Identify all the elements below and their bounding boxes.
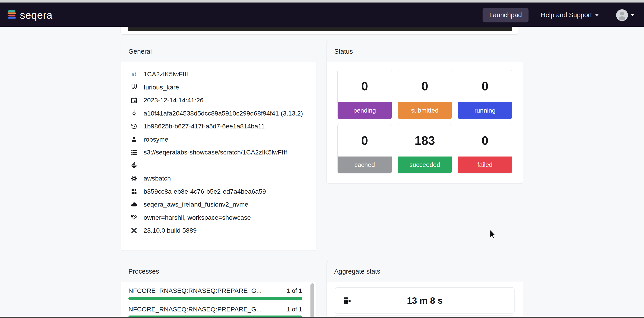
avatar — [616, 9, 628, 21]
aggregate-stat-walltime: 13 m 8 s — [335, 288, 515, 314]
status-card: Status 0pending0submitted0running0cached… — [326, 41, 523, 184]
general-value: - — [144, 162, 146, 169]
process-progress-bar — [128, 297, 302, 300]
status-count: 0 — [338, 124, 392, 156]
status-label: succeeded — [398, 156, 452, 173]
status-card-title: Status — [327, 41, 523, 62]
run-header-card-bottom — [121, 27, 518, 34]
docker-icon — [130, 162, 138, 169]
launchpad-button[interactable]: Launchpad — [482, 8, 529, 22]
process-count: 1 of 1 — [287, 288, 302, 294]
aggregate-stats-card: Aggregate stats 13 m 8 s — [326, 261, 523, 318]
user-icon — [130, 136, 138, 143]
general-row: - — [130, 159, 307, 172]
general-row: owner=harshil, workspace=showcase — [130, 211, 307, 224]
general-value: awsbatch — [144, 175, 171, 182]
cloud-icon — [130, 201, 138, 208]
status-count: 0 — [458, 70, 512, 102]
tags-icon — [130, 214, 138, 221]
process-row[interactable]: NFCORE_RNASEQ:RNASEQ:PREPARE_G...1 of 1 — [128, 287, 302, 300]
top-navbar: seqera Launchpad Help and Support — [0, 4, 644, 27]
general-value: a10f41afa204538d5dcc89a5910c299d68f94f41… — [144, 110, 303, 117]
general-row: awsbatch — [130, 172, 307, 185]
general-row: id1CA2zIK5lwFfIf — [130, 68, 307, 81]
processes-card-title: Processes — [121, 261, 316, 282]
general-row: s3://seqeralabs-showcase/scratch/1CA2zIK… — [130, 146, 307, 159]
brand-name: seqera — [20, 9, 52, 21]
general-row: seqera_aws_ireland_fusionv2_nvme — [130, 198, 307, 211]
help-and-support-menu[interactable]: Help and Support — [541, 11, 599, 19]
general-card-title: General — [121, 41, 316, 62]
status-tile-cached[interactable]: 0cached — [338, 124, 392, 174]
chevron-down-icon — [630, 14, 634, 16]
status-label: submitted — [398, 102, 452, 119]
general-row: 23.10.0 build 5889 — [130, 224, 307, 237]
aggregate-stats-title: Aggregate stats — [327, 261, 523, 282]
commit-icon — [130, 110, 138, 117]
status-tiles: 0pending0submitted0running0cached183succ… — [327, 62, 523, 181]
status-tile-submitted[interactable]: 0submitted — [398, 70, 452, 119]
compute-env-icon — [130, 188, 138, 195]
window-top-strip — [0, 0, 644, 2]
general-value: robsyme — [144, 136, 168, 143]
status-count: 0 — [398, 70, 452, 102]
help-and-support-label: Help and Support — [541, 11, 592, 19]
general-value: owner=harshil, workspace=showcase — [144, 214, 251, 221]
command-box-bottom — [128, 27, 512, 31]
walltime-value: 13 m 8 s — [335, 296, 514, 306]
general-card: General id1CA2zIK5lwFfIffurious_kare2023… — [121, 41, 316, 251]
general-row: a10f41afa204538d5dcc89a5910c299d68f94f41… — [130, 107, 307, 120]
general-row: robsyme — [130, 133, 307, 146]
tasks-grid-icon — [344, 297, 350, 304]
status-label: cached — [338, 156, 392, 173]
status-tile-pending[interactable]: 0pending — [338, 70, 392, 119]
mouse-cursor — [490, 229, 496, 240]
general-value: 1CA2zIK5lwFfIf — [144, 70, 188, 78]
chevron-down-icon — [595, 14, 599, 16]
general-row: b359cc8a-eb8e-4c76-b5e2-ed7a4bea6a59 — [130, 185, 307, 198]
calendar-icon — [130, 97, 138, 104]
nextflow-icon — [130, 227, 138, 234]
window-bottom-border — [0, 317, 644, 318]
processes-card: Processes NFCORE_RNASEQ:RNASEQ:PREPARE_G… — [121, 261, 316, 318]
status-count: 0 — [458, 124, 512, 156]
scrollbar-thumb[interactable] — [310, 283, 314, 318]
status-label: running — [458, 102, 512, 119]
status-tile-failed[interactable]: 0failed — [458, 124, 512, 174]
id-label: id — [130, 71, 138, 78]
masks-icon — [130, 84, 138, 90]
seqera-logo-icon — [7, 10, 17, 20]
general-value: 1b98625b-b627-417f-a5d7-6ee1a814ba11 — [144, 122, 265, 130]
general-value: 23.10.0 build 5889 — [144, 227, 197, 234]
aggregate-stats-body: 13 m 8 s — [327, 282, 523, 318]
general-value: b359cc8a-eb8e-4c76-b5e2-ed7a4bea6a59 — [144, 188, 266, 195]
status-label: failed — [458, 156, 512, 173]
general-row: 1b98625b-b627-417f-a5d7-6ee1a814ba11 — [130, 120, 307, 133]
status-label: pending — [338, 102, 392, 119]
gear-icon — [130, 175, 138, 182]
process-row[interactable]: NFCORE_RNASEQ:RNASEQ:PREPARE_G...1 of 1 — [128, 306, 302, 318]
user-menu[interactable] — [616, 9, 634, 21]
general-rows: id1CA2zIK5lwFfIffurious_kare2023-12-14 1… — [121, 62, 316, 237]
general-value: s3://seqeralabs-showcase/scratch/1CA2zIK… — [144, 148, 287, 156]
general-row: 2023-12-14 14:41:26 — [130, 94, 307, 107]
general-value: furious_kare — [144, 84, 179, 91]
status-count: 0 — [338, 70, 392, 102]
process-name: NFCORE_RNASEQ:RNASEQ:PREPARE_G... — [128, 287, 262, 294]
seqera-logo[interactable]: seqera — [7, 9, 52, 21]
status-count: 183 — [398, 124, 452, 156]
process-rows: NFCORE_RNASEQ:RNASEQ:PREPARE_G...1 of 1N… — [121, 282, 316, 318]
process-count: 1 of 1 — [287, 306, 302, 313]
process-name: NFCORE_RNASEQ:RNASEQ:PREPARE_G... — [128, 306, 262, 313]
general-value: 2023-12-14 14:41:26 — [144, 96, 204, 104]
server-icon — [130, 149, 138, 156]
history-icon — [130, 123, 138, 130]
status-tile-running[interactable]: 0running — [458, 70, 512, 119]
status-tile-succeeded[interactable]: 183succeeded — [398, 124, 452, 174]
general-row: furious_kare — [130, 81, 307, 94]
general-value: seqera_aws_ireland_fusionv2_nvme — [144, 201, 248, 208]
